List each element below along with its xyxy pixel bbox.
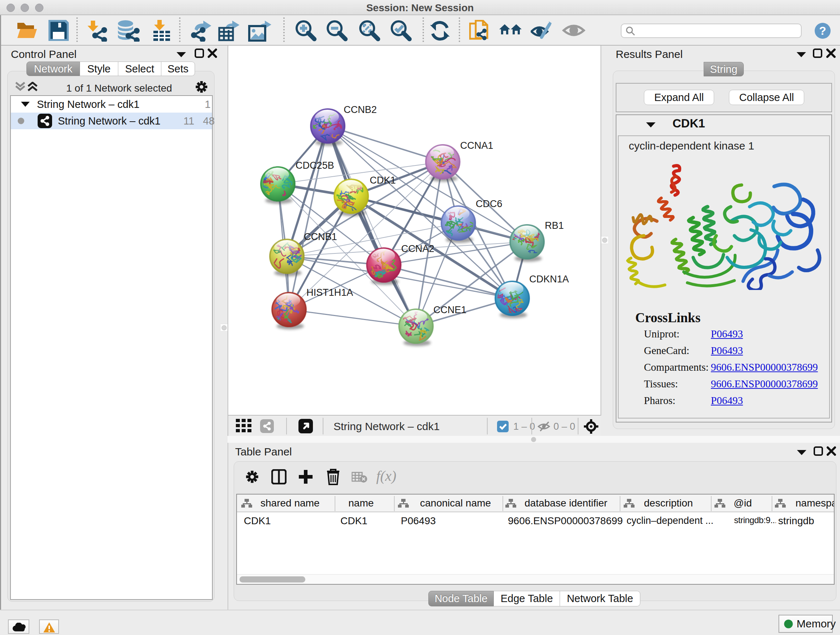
svg-text:CCNA2: CCNA2 xyxy=(401,243,434,254)
svg-text:CCNA1: CCNA1 xyxy=(460,140,493,151)
svg-text:CCNB1: CCNB1 xyxy=(304,231,337,242)
svg-text:RB1: RB1 xyxy=(545,220,564,231)
svg-text:CDC25B: CDC25B xyxy=(295,160,334,171)
svg-text:HIST1H1A: HIST1H1A xyxy=(306,287,353,298)
svg-text:?: ? xyxy=(819,24,826,37)
svg-text:CDK1: CDK1 xyxy=(370,175,396,186)
svg-text:CDC6: CDC6 xyxy=(476,198,502,209)
svg-text:CDKN1A: CDKN1A xyxy=(529,274,569,285)
svg-text:CCNB2: CCNB2 xyxy=(344,104,377,115)
svg-text:CCNE1: CCNE1 xyxy=(433,304,467,315)
